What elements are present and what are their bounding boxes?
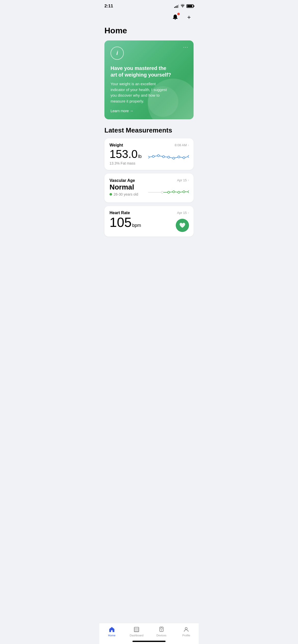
card-menu-button[interactable]: ··· xyxy=(183,45,188,50)
section-title: Latest Measurements xyxy=(99,126,199,138)
info-card[interactable]: ··· i Have you mastered the art of weigh… xyxy=(104,40,194,119)
heart-label: Heart Rate xyxy=(110,211,176,215)
signal-icon xyxy=(174,4,179,8)
svg-point-8 xyxy=(188,155,189,157)
heart-unit: bpm xyxy=(132,223,141,228)
svg-point-13 xyxy=(178,191,180,193)
svg-point-0 xyxy=(148,156,149,158)
weight-chart-area: 8:08 AM › xyxy=(148,143,189,163)
info-card-title: Have you mastered the art of weighing yo… xyxy=(111,65,172,78)
svg-point-5 xyxy=(173,157,175,159)
svg-point-15 xyxy=(188,191,189,193)
svg-point-10 xyxy=(161,191,163,193)
weight-info: Weight 153.0 lb 13.3% Fat mass xyxy=(110,143,148,165)
svg-point-3 xyxy=(162,156,165,158)
notification-badge xyxy=(177,13,180,15)
learn-more-link[interactable]: Learn more → xyxy=(111,109,133,113)
battery-icon xyxy=(186,4,194,8)
svg-point-7 xyxy=(183,157,185,159)
weight-time: 8:08 AM › xyxy=(175,143,189,147)
weight-sub: 13.3% Fat mass xyxy=(110,161,148,165)
heart-value: 105 xyxy=(110,216,132,229)
weight-value: 153.0 xyxy=(110,148,138,160)
weight-unit: lb xyxy=(138,154,142,159)
vascular-chart-area: Apr 15 › xyxy=(148,178,189,198)
status-icons xyxy=(174,4,194,8)
vascular-label: Vascular Age xyxy=(110,178,148,183)
info-icon: i xyxy=(116,50,118,56)
weight-chart xyxy=(148,150,189,163)
wifi-icon xyxy=(180,4,185,8)
vascular-value: Normal xyxy=(110,183,148,191)
weight-label: Weight xyxy=(110,143,148,148)
vascular-time: Apr 15 › xyxy=(177,178,189,182)
heart-chart-area: Apr 15 › xyxy=(176,211,189,232)
header: + xyxy=(99,11,199,26)
weight-card[interactable]: Weight 153.0 lb 13.3% Fat mass 8:08 AM › xyxy=(104,138,194,170)
heart-info: Heart Rate 105 bpm xyxy=(110,211,176,229)
green-status-dot xyxy=(110,193,112,196)
svg-point-14 xyxy=(183,191,185,193)
status-bar: 2:11 xyxy=(99,0,199,11)
add-button[interactable]: + xyxy=(184,13,194,22)
svg-point-1 xyxy=(152,155,154,157)
info-icon-circle: i xyxy=(111,47,124,60)
vascular-age-card[interactable]: Vascular Age Normal 26-30 years old Apr … xyxy=(104,173,194,202)
heart-icon-circle xyxy=(176,219,189,232)
status-time: 2:11 xyxy=(104,4,113,9)
vascular-chart xyxy=(148,185,189,198)
heart-time: Apr 15 › xyxy=(177,211,189,215)
svg-point-6 xyxy=(178,156,180,158)
svg-point-12 xyxy=(173,191,175,193)
vascular-sub: 26-30 years old xyxy=(110,192,148,196)
svg-point-2 xyxy=(157,155,159,157)
page-title: Home xyxy=(99,26,199,40)
svg-point-11 xyxy=(168,191,170,193)
svg-point-4 xyxy=(168,156,170,158)
heart-rate-card[interactable]: Heart Rate 105 bpm Apr 15 › xyxy=(104,206,194,237)
notification-button[interactable] xyxy=(171,13,180,22)
vascular-info: Vascular Age Normal 26-30 years old xyxy=(110,178,148,196)
